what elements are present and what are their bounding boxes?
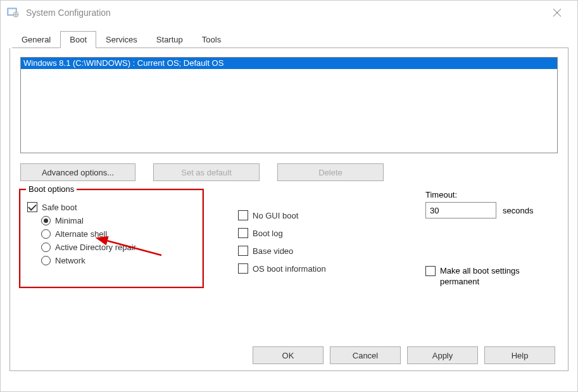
- network-radio[interactable]: [41, 256, 51, 265]
- close-button[interactable]: [543, 3, 571, 22]
- timeout-label: Timeout:: [425, 190, 548, 199]
- os-info-label: OS boot information: [253, 264, 326, 274]
- ad-repair-label: Active Directory repair: [55, 243, 136, 252]
- tab-strip: General Boot Services Startup Tools: [1, 25, 577, 48]
- timeout-col: Timeout: seconds Make all boot settings …: [425, 190, 558, 287]
- boot-log-label: Boot log: [253, 229, 283, 238]
- network-radio-row[interactable]: Network: [27, 256, 196, 265]
- help-button[interactable]: Help: [484, 346, 555, 364]
- permanent-checkbox-row[interactable]: Make all boot settings permanent: [425, 265, 548, 287]
- ad-repair-radio[interactable]: [41, 243, 51, 252]
- safe-boot-checkbox[interactable]: [27, 202, 37, 212]
- system-configuration-window: System Configuration General Boot Servic…: [0, 0, 578, 392]
- ok-button[interactable]: OK: [253, 346, 324, 364]
- tab-general[interactable]: General: [12, 31, 60, 48]
- alt-shell-radio[interactable]: [41, 229, 51, 239]
- apply-button[interactable]: Apply: [407, 346, 478, 364]
- os-entry-selected[interactable]: Windows 8.1 (C:\WINDOWS) : Current OS; D…: [21, 58, 557, 69]
- timeout-input[interactable]: [425, 202, 496, 218]
- dialog-buttons: OK Cancel Apply Help: [253, 346, 555, 364]
- tab-tools[interactable]: Tools: [192, 31, 230, 48]
- advanced-options-button[interactable]: Advanced options...: [20, 163, 135, 181]
- delete-button: Delete: [277, 163, 384, 181]
- boot-log-checkbox[interactable]: [238, 228, 248, 238]
- no-gui-label: No GUI boot: [253, 211, 298, 220]
- no-gui-checkbox-row[interactable]: No GUI boot: [238, 210, 326, 220]
- base-video-checkbox-row[interactable]: Base video: [238, 246, 326, 256]
- os-info-checkbox[interactable]: [238, 263, 248, 274]
- tab-services[interactable]: Services: [96, 31, 147, 48]
- permanent-label: Make all boot settings permanent: [440, 265, 548, 287]
- window-title: System Configuration: [26, 8, 543, 18]
- tab-content: Windows 8.1 (C:\WINDOWS) : Current OS; D…: [9, 48, 569, 371]
- tab-boot[interactable]: Boot: [60, 31, 96, 48]
- minimal-radio[interactable]: [41, 216, 51, 225]
- cancel-button[interactable]: Cancel: [330, 346, 401, 364]
- minimal-label: Minimal: [55, 216, 84, 225]
- minimal-radio-row[interactable]: Minimal: [27, 216, 196, 225]
- os-button-row: Advanced options... Set as default Delet…: [20, 163, 558, 181]
- app-icon: [7, 6, 20, 19]
- timeout-unit: seconds: [503, 206, 533, 215]
- permanent-checkbox[interactable]: [425, 266, 436, 276]
- titlebar: System Configuration: [1, 1, 577, 25]
- safe-boot-checkbox-row[interactable]: Safe boot: [27, 202, 196, 212]
- network-label: Network: [55, 256, 85, 265]
- boot-log-checkbox-row[interactable]: Boot log: [238, 228, 326, 238]
- os-list[interactable]: Windows 8.1 (C:\WINDOWS) : Current OS; D…: [20, 57, 558, 153]
- boot-options-legend: Boot options: [26, 184, 77, 194]
- boot-options-group: Boot options Safe boot Minimal Alternate…: [20, 190, 203, 287]
- extra-options-col: No GUI boot Boot log Base video OS boot …: [203, 190, 326, 287]
- base-video-checkbox[interactable]: [238, 246, 248, 256]
- base-video-label: Base video: [253, 246, 293, 256]
- tab-startup[interactable]: Startup: [147, 31, 192, 48]
- set-default-button: Set as default: [153, 163, 260, 181]
- alt-shell-label: Alternate shell: [55, 229, 107, 239]
- ad-repair-radio-row[interactable]: Active Directory repair: [27, 243, 196, 252]
- lower-panel: Boot options Safe boot Minimal Alternate…: [20, 190, 558, 287]
- no-gui-checkbox[interactable]: [238, 210, 248, 220]
- alt-shell-radio-row[interactable]: Alternate shell: [27, 229, 196, 239]
- os-info-checkbox-row[interactable]: OS boot information: [238, 263, 326, 274]
- safe-boot-label: Safe boot: [42, 203, 77, 212]
